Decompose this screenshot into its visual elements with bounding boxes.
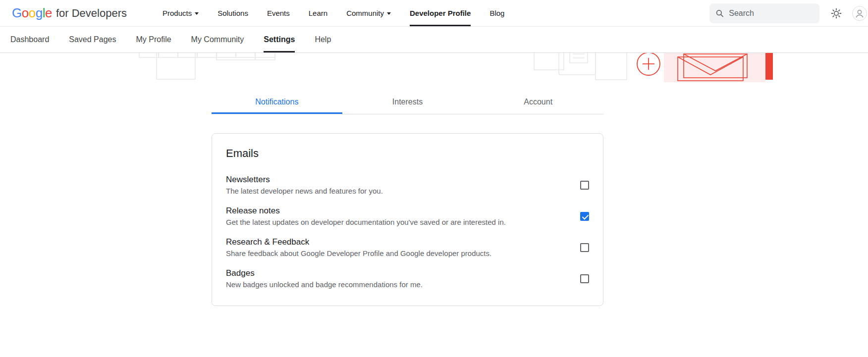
email-row-badges: Badges New badges unlocked and badge rec… [226, 268, 589, 289]
subnav-item-my-profile[interactable]: My Profile [136, 27, 171, 52]
nav-item-solutions[interactable]: Solutions [217, 0, 248, 26]
profile-sub-navigation: Dashboard Saved Pages My Profile My Comm… [0, 27, 868, 53]
email-row-text: Research & Feedback Share feedback about… [226, 237, 491, 257]
search-icon [715, 8, 724, 18]
search-input[interactable] [729, 9, 814, 18]
research-feedback-checkbox[interactable] [580, 243, 589, 252]
settings-tabs: Notifications Interests Account [212, 91, 603, 114]
subnav-item-saved-pages[interactable]: Saved Pages [69, 27, 116, 52]
subnav-item-help[interactable]: Help [315, 27, 331, 52]
tab-account[interactable]: Account [473, 91, 603, 114]
badges-checkbox[interactable] [580, 274, 589, 283]
search-box[interactable] [709, 3, 819, 23]
logo-letter: o [22, 5, 29, 20]
email-row-description: Share feedback about Google Developer Pr… [226, 249, 491, 257]
logo-letter: o [29, 5, 36, 20]
banner-illustration [0, 53, 868, 82]
chevron-down-icon [195, 12, 199, 15]
nav-label: Events [267, 9, 290, 17]
nav-item-community[interactable]: Community [346, 0, 391, 26]
account-avatar[interactable] [852, 6, 867, 21]
email-row-text: Release notes Get the latest updates on … [226, 206, 506, 226]
subnav-item-dashboard[interactable]: Dashboard [10, 27, 49, 52]
email-row-title: Research & Feedback [226, 237, 491, 247]
nav-item-products[interactable]: Products [163, 0, 199, 26]
email-row-description: Get the latest updates on developer docu… [226, 218, 506, 226]
email-row-title: Badges [226, 268, 423, 278]
newsletters-checkbox[interactable] [580, 181, 589, 190]
chevron-down-icon [387, 12, 391, 15]
email-row-title: Release notes [226, 206, 506, 216]
nav-label: Community [346, 9, 384, 17]
tab-interests[interactable]: Interests [342, 91, 473, 114]
nav-label: Products [163, 9, 192, 17]
card-title: Emails [226, 147, 589, 160]
nav-item-learn[interactable]: Learn [309, 0, 327, 26]
nav-item-events[interactable]: Events [267, 0, 290, 26]
add-circle-icon [637, 53, 660, 75]
email-row-text: Badges New badges unlocked and badge rec… [226, 268, 423, 289]
emails-settings-card: Emails Newsletters The latest developer … [212, 133, 603, 306]
decorative-banner [0, 53, 868, 82]
nav-item-developer-profile[interactable]: Developer Profile [410, 0, 471, 26]
theme-toggle-button[interactable] [830, 7, 842, 19]
person-icon [854, 8, 865, 19]
nav-label: Learn [309, 9, 327, 17]
logo-letter: g [36, 5, 43, 20]
logo-letter: G [12, 5, 22, 20]
email-row-research-feedback: Research & Feedback Share feedback about… [226, 237, 589, 257]
email-row-description: The latest developer news and features f… [226, 187, 383, 195]
top-navigation: Products Solutions Events Learn Communit… [163, 0, 504, 26]
tab-notifications[interactable]: Notifications [212, 91, 342, 114]
subnav-item-my-community[interactable]: My Community [191, 27, 244, 52]
release-notes-checkbox[interactable] [580, 212, 589, 221]
nav-label: Solutions [217, 9, 248, 17]
email-row-release-notes: Release notes Get the latest updates on … [226, 206, 589, 226]
nav-item-blog[interactable]: Blog [489, 0, 504, 26]
header-actions [709, 0, 860, 26]
email-row-text: Newsletters The latest developer news an… [226, 175, 383, 195]
logo-suffix: for Developers [56, 7, 127, 20]
logo-letter: e [45, 5, 52, 20]
email-row-newsletters: Newsletters The latest developer news an… [226, 175, 589, 195]
sun-icon [830, 7, 842, 19]
email-row-title: Newsletters [226, 175, 383, 185]
nav-label: Developer Profile [410, 9, 471, 17]
nav-label: Blog [489, 9, 504, 17]
top-header: Google for Developers Products Solutions… [0, 0, 868, 27]
email-row-description: New badges unlocked and badge recommenda… [226, 280, 423, 289]
subnav-item-settings[interactable]: Settings [264, 27, 295, 52]
google-wordmark: Google [12, 5, 52, 21]
google-for-developers-logo[interactable]: Google for Developers [12, 0, 127, 26]
